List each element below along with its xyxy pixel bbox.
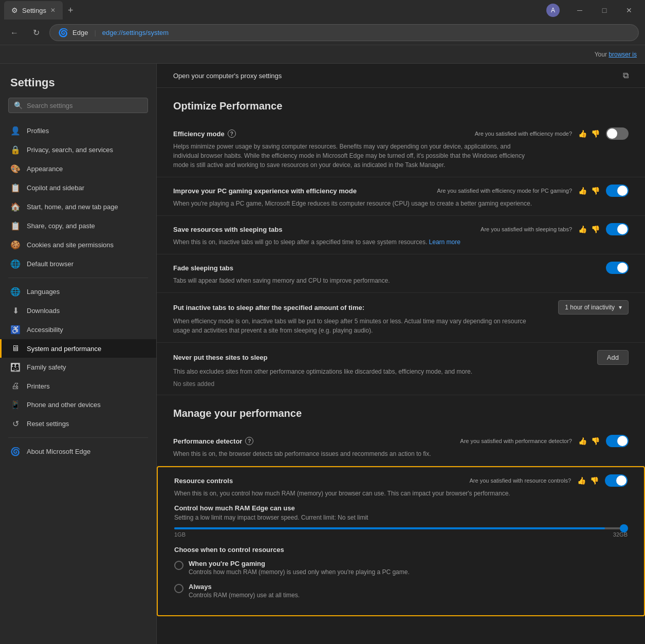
minimize-button[interactable]: ─ bbox=[568, 2, 592, 19]
pc-gaming-toggle[interactable] bbox=[606, 185, 629, 197]
resource-controls-feedback-icons: 👍 👎 bbox=[576, 475, 600, 486]
sidebar-item-share[interactable]: 📋 Share, copy, and paste bbox=[0, 216, 156, 235]
performance-detector-label-group: Performance detector ? bbox=[173, 437, 253, 445]
sidebar-label-share: Share, copy, and paste bbox=[27, 222, 95, 230]
settings-tab[interactable]: ⚙ Settings ✕ bbox=[4, 1, 63, 20]
efficiency-feedback-icons: 👍 👎 bbox=[577, 128, 601, 139]
system-icon: 🖥 bbox=[10, 344, 21, 353]
ram-slider-fill bbox=[174, 527, 605, 529]
resource-controls-toggle[interactable] bbox=[605, 474, 628, 487]
efficiency-mode-row: Efficiency mode ? Are you satisfied with… bbox=[173, 127, 629, 140]
resource-controls-thumbs-down[interactable]: 👎 bbox=[589, 475, 600, 486]
back-button[interactable]: ← bbox=[6, 25, 23, 41]
sidebar-label-phone: Phone and other devices bbox=[27, 401, 101, 409]
resource-controls-thumbs-up[interactable]: 👍 bbox=[576, 475, 587, 486]
sleeping-tabs-toggle[interactable] bbox=[606, 223, 629, 235]
ram-slider-track[interactable] bbox=[174, 527, 628, 529]
sleeping-tabs-thumbs-up[interactable]: 👍 bbox=[577, 224, 588, 234]
efficiency-mode-toggle[interactable] bbox=[606, 127, 629, 140]
notification-bar: Your browser is bbox=[0, 45, 645, 64]
sidebar-item-start[interactable]: 🏠 Start, home, and new tab page bbox=[0, 197, 156, 216]
resource-controls-right: Are you satisfied with resource controls… bbox=[470, 474, 628, 487]
pc-gaming-label: Improve your PC gaming experience with e… bbox=[173, 187, 357, 195]
maximize-button[interactable]: □ bbox=[593, 2, 616, 19]
sleeping-tabs-controls: Are you satisfied with sleeping tabs? 👍 … bbox=[481, 223, 629, 235]
efficiency-mode-info-icon[interactable]: ? bbox=[228, 130, 236, 138]
sidebar-label-start: Start, home, and new tab page bbox=[27, 203, 118, 211]
efficiency-thumbs-up[interactable]: 👍 bbox=[577, 128, 588, 139]
notification-link[interactable]: browser is bbox=[609, 51, 637, 58]
edge-label: Edge bbox=[72, 29, 88, 36]
never-sleep-add-button[interactable]: Add bbox=[597, 350, 629, 365]
performance-detector-info-icon[interactable]: ? bbox=[245, 437, 253, 445]
sleeping-tabs-thumbs-down[interactable]: 👎 bbox=[590, 224, 601, 234]
pc-gaming-feedback-icons: 👍 👎 bbox=[577, 186, 601, 196]
external-link-icon[interactable]: ⧉ bbox=[623, 71, 629, 80]
efficiency-thumbs-down[interactable]: 👎 bbox=[590, 128, 601, 139]
sidebar-item-default[interactable]: 🌐 Default browser bbox=[0, 254, 156, 273]
main-layout: Settings 🔍 👤 Profiles 🔒 Privacy, search,… bbox=[0, 64, 645, 644]
resource-controls-label: Resource controls bbox=[174, 477, 233, 485]
url-text[interactable]: edge://settings/system bbox=[102, 29, 169, 36]
sidebar-item-downloads[interactable]: ⬇ Downloads bbox=[0, 301, 156, 320]
profiles-icon: 👤 bbox=[10, 126, 21, 136]
radio-gaming-text-group: When you're PC gaming Controls how much … bbox=[189, 560, 410, 576]
sidebar-item-profiles[interactable]: 👤 Profiles bbox=[0, 121, 156, 140]
pc-gaming-thumbs-up[interactable]: 👍 bbox=[577, 186, 588, 196]
performance-detector-thumbs-down[interactable]: 👎 bbox=[590, 436, 601, 446]
optimize-section-title: Optimize Performance bbox=[157, 88, 645, 120]
search-icon: 🔍 bbox=[14, 101, 23, 109]
sidebar-item-family[interactable]: 👨‍👩‍👧 Family safety bbox=[0, 358, 156, 377]
sleep-dropdown-chevron-icon: ▾ bbox=[619, 304, 622, 311]
sidebar-item-printers[interactable]: 🖨 Printers bbox=[0, 377, 156, 395]
reload-button[interactable]: ↻ bbox=[28, 25, 44, 41]
ram-slider-container bbox=[174, 527, 628, 529]
radio-option-gaming: When you're PC gaming Controls how much … bbox=[174, 560, 628, 576]
sidebar-item-copilot[interactable]: 📋 Copilot and sidebar bbox=[0, 178, 156, 197]
never-sleep-label: Never put these sites to sleep bbox=[173, 354, 268, 361]
address-bar: ← ↻ 🌀 Edge | edge://settings/system bbox=[0, 21, 645, 45]
avatar[interactable]: A bbox=[546, 4, 560, 17]
address-input[interactable]: 🌀 Edge | edge://settings/system bbox=[49, 24, 639, 41]
sidebar-label-appearance: Appearance bbox=[27, 165, 63, 173]
sidebar-item-appearance[interactable]: 🎨 Appearance bbox=[0, 159, 156, 178]
sidebar-item-phone[interactable]: 📱 Phone and other devices bbox=[0, 395, 156, 414]
sleeping-tabs-desc: When this is on, inactive tabs will go t… bbox=[173, 237, 533, 247]
new-tab-button[interactable]: + bbox=[65, 5, 77, 16]
sidebar-item-reset[interactable]: ↺ Reset settings bbox=[0, 414, 156, 433]
privacy-icon: 🔒 bbox=[10, 145, 21, 155]
efficiency-mode-desc: Helps minimize power usage by saving com… bbox=[173, 142, 533, 170]
performance-detector-thumbs-up[interactable]: 👍 bbox=[577, 436, 588, 446]
sleeping-tabs-learn-more[interactable]: Learn more bbox=[429, 238, 460, 246]
sidebar-item-cookies[interactable]: 🍪 Cookies and site permissions bbox=[0, 235, 156, 254]
default-icon: 🌐 bbox=[10, 259, 21, 269]
sidebar-item-system[interactable]: 🖥 System and performance bbox=[0, 339, 156, 358]
fade-sleeping-item: Fade sleeping tabs Tabs will appear fade… bbox=[157, 254, 645, 293]
ram-slider-thumb[interactable] bbox=[620, 524, 628, 532]
performance-detector-item: Performance detector ? Are you satisfied… bbox=[157, 428, 645, 466]
sleep-dropdown[interactable]: 1 hour of inactivity ▾ bbox=[558, 300, 629, 315]
performance-detector-toggle[interactable] bbox=[606, 435, 629, 447]
sidebar-item-privacy[interactable]: 🔒 Privacy, search, and services bbox=[0, 140, 156, 159]
radio-option-always: Always Controls RAM (memory) use at all … bbox=[174, 583, 628, 599]
phone-icon: 📱 bbox=[10, 400, 21, 410]
close-window-button[interactable]: ✕ bbox=[617, 2, 641, 19]
sidebar-item-about[interactable]: 🌀 About Microsoft Edge bbox=[0, 442, 156, 461]
inactive-sleep-item: Put inactive tabs to sleep after the spe… bbox=[157, 293, 645, 343]
sidebar-item-accessibility[interactable]: ♿ Accessibility bbox=[0, 320, 156, 339]
search-input[interactable] bbox=[27, 102, 142, 109]
tab-area: ⚙ Settings ✕ + bbox=[4, 1, 542, 20]
content-area: Open your computer's proxy settings ⧉ Op… bbox=[157, 64, 645, 644]
search-box[interactable]: 🔍 bbox=[8, 98, 148, 113]
radio-always-button[interactable] bbox=[174, 584, 183, 593]
pc-gaming-thumbs-down[interactable]: 👎 bbox=[590, 186, 601, 196]
tab-close-button[interactable]: ✕ bbox=[50, 7, 56, 14]
ram-label: Control how much RAM Edge can use bbox=[174, 504, 628, 512]
proxy-text: Open your computer's proxy settings bbox=[173, 72, 282, 80]
accessibility-icon: ♿ bbox=[10, 325, 21, 335]
fade-sleeping-toggle[interactable] bbox=[606, 262, 629, 274]
sidebar-item-languages[interactable]: 🌐 Languages bbox=[0, 282, 156, 301]
notification-text: Your browser is bbox=[595, 51, 637, 58]
radio-gaming-button[interactable] bbox=[174, 561, 183, 570]
sidebar-label-profiles: Profiles bbox=[27, 127, 49, 135]
